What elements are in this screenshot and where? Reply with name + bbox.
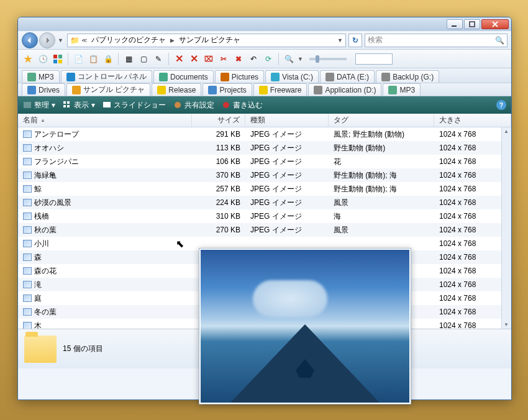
file-type: JPEG イメージ: [245, 211, 329, 222]
file-size: 291 KB: [192, 130, 245, 139]
tab--[interactable]: サンプル ピクチャ: [66, 83, 150, 96]
column-type[interactable]: 種類: [245, 114, 329, 127]
tab-mp3[interactable]: MP3: [383, 83, 421, 96]
svg-rect-5: [58, 60, 62, 63]
tab-release[interactable]: Release: [152, 83, 201, 96]
file-row[interactable]: アンテロープ291 KBJPEG イメージ風景; 野生動物 (動物)1024 x…: [18, 127, 511, 141]
file-row[interactable]: 鯨257 KBJPEG イメージ野生動物 (動物); 海1024 x 768: [18, 182, 511, 196]
file-row[interactable]: 海緑亀370 KBJPEG イメージ野生動物 (動物); 海1024 x 768: [18, 168, 511, 182]
svg-rect-10: [67, 105, 70, 107]
new-item-icon[interactable]: 📄: [72, 53, 84, 65]
history-icon[interactable]: 🕓: [37, 53, 49, 65]
select-all-icon[interactable]: ▦: [122, 53, 135, 65]
file-name: 秋の葉: [34, 225, 57, 235]
file-tags: 風景; 野生動物 (動物): [329, 129, 434, 140]
image-file-icon: [23, 267, 32, 275]
image-file-icon: [23, 171, 32, 179]
tab-label: MP3: [39, 73, 54, 81]
file-row[interactable]: 秋の葉270 KBJPEG イメージ風景1024 x 768: [18, 223, 511, 237]
tab-icon: [72, 86, 81, 94]
tab-icon: [381, 73, 390, 81]
refresh-button[interactable]: ↻: [348, 34, 362, 47]
minimize-button[interactable]: [447, 19, 463, 29]
view-menu[interactable]: 表示 ▾: [63, 100, 95, 111]
file-name: 冬の葉: [34, 307, 57, 317]
file-row[interactable]: フランジパニ106 KBJPEG イメージ花1024 x 768: [18, 155, 511, 168]
delete-icon[interactable]: ✕: [173, 53, 185, 65]
titlebar: [18, 17, 511, 31]
help-button[interactable]: ?: [496, 100, 506, 110]
rename-icon[interactable]: ✎: [152, 53, 165, 65]
image-file-icon: [23, 240, 32, 247]
file-row[interactable]: オオハシ113 KBJPEG イメージ野生動物 (動物)1024 x 768: [18, 141, 511, 155]
file-dimensions: 1024 x 768: [434, 212, 511, 221]
share-button[interactable]: 共有設定: [173, 100, 214, 111]
file-dimensions: 1024 x 768: [434, 253, 511, 262]
tab-label: コントロール パネル: [78, 71, 147, 82]
tab-strip-2: Drivesサンプル ピクチャReleaseProjectsFreewareAp…: [18, 83, 511, 96]
close-button[interactable]: [481, 19, 509, 29]
tab-label: Pictures: [232, 73, 258, 81]
tab-pictures[interactable]: Pictures: [215, 70, 264, 83]
delete-small-icon[interactable]: ⌧: [203, 53, 215, 65]
separator: [168, 53, 169, 65]
burn-button[interactable]: 書き込む: [222, 100, 263, 111]
file-row[interactable]: 桟橋310 KBJPEG イメージ海1024 x 768: [18, 209, 511, 223]
file-type: JPEG イメージ: [245, 225, 329, 235]
breadcrumb-seg-2[interactable]: サンプル ピクチャ: [176, 34, 243, 46]
file-row[interactable]: 砂漠の風景224 KBJPEG イメージ風景1024 x 768: [18, 196, 511, 209]
image-file-icon: [23, 253, 32, 261]
breadcrumb-seg-1[interactable]: パブリックのピクチャ: [89, 34, 168, 46]
image-preview-tooltip: [199, 248, 411, 404]
tab-documents[interactable]: Documents: [153, 70, 214, 83]
filter-input[interactable]: [355, 53, 393, 65]
tab-mp3[interactable]: MP3: [22, 70, 60, 83]
sync-icon[interactable]: ⟳: [262, 53, 275, 65]
tab-projects[interactable]: Projects: [203, 83, 252, 96]
tab--[interactable]: コントロール パネル: [61, 70, 152, 83]
remove-icon[interactable]: ✖: [232, 53, 245, 65]
zoom-dropdown-icon[interactable]: ▼: [298, 56, 303, 62]
deselect-icon[interactable]: ▢: [137, 53, 150, 65]
column-name[interactable]: 名前▲: [18, 114, 192, 127]
zoom-icon[interactable]: 🔍: [283, 53, 295, 65]
address-bar[interactable]: 📁 ≪ パブリックのピクチャ ▶ サンプル ピクチャ ▼: [67, 34, 346, 47]
lock-icon[interactable]: 🔒: [102, 53, 114, 65]
cut-icon[interactable]: ✂: [217, 53, 230, 65]
search-box[interactable]: 検索 🔍: [365, 34, 508, 47]
column-tag[interactable]: タグ: [329, 114, 434, 127]
file-dimensions: 1024 x 768: [434, 171, 511, 180]
separator: [278, 53, 279, 65]
favorites-icon[interactable]: ★: [22, 53, 34, 65]
back-button[interactable]: [22, 32, 38, 48]
search-placeholder: 検索: [368, 35, 383, 45]
tab-vista-c-[interactable]: Vista (C:): [265, 70, 319, 83]
file-dimensions: 1024 x 768: [434, 239, 511, 248]
tab-freeware[interactable]: Freeware: [253, 83, 307, 96]
zoom-slider[interactable]: [309, 58, 347, 60]
maximize-button[interactable]: [464, 19, 480, 29]
forward-button[interactable]: [39, 32, 55, 48]
copy-icon[interactable]: 📋: [87, 53, 99, 65]
tab-application-d-[interactable]: Application (D:): [308, 83, 381, 96]
slideshow-button[interactable]: スライドショー: [102, 100, 166, 111]
scrollbar[interactable]: [501, 127, 511, 329]
column-size[interactable]: サイズ: [192, 114, 245, 127]
tab-drives[interactable]: Drives: [22, 83, 65, 96]
delete-permanent-icon[interactable]: ✕: [188, 53, 200, 65]
undo-icon[interactable]: ↶: [247, 53, 260, 65]
tab-icon: [66, 73, 75, 81]
recent-dropdown-icon[interactable]: ▼: [58, 37, 63, 43]
organize-menu[interactable]: 整理 ▾: [23, 100, 55, 111]
tab-backup-g-[interactable]: BackUp (G:): [376, 70, 439, 83]
tab-icon: [259, 86, 268, 94]
file-tags: 海: [329, 211, 434, 222]
address-dropdown-icon[interactable]: ▼: [337, 37, 343, 43]
column-dimensions[interactable]: 大きさ: [434, 114, 511, 127]
image-file-icon: [23, 308, 32, 316]
column-headers: 名前▲ サイズ 種類 タグ 大きさ: [18, 114, 511, 127]
tab-data-e-[interactable]: DATA (E:): [320, 70, 375, 83]
file-name: 森の花: [34, 266, 57, 276]
windows-flag-icon[interactable]: [52, 53, 64, 65]
tab-icon: [159, 73, 168, 81]
